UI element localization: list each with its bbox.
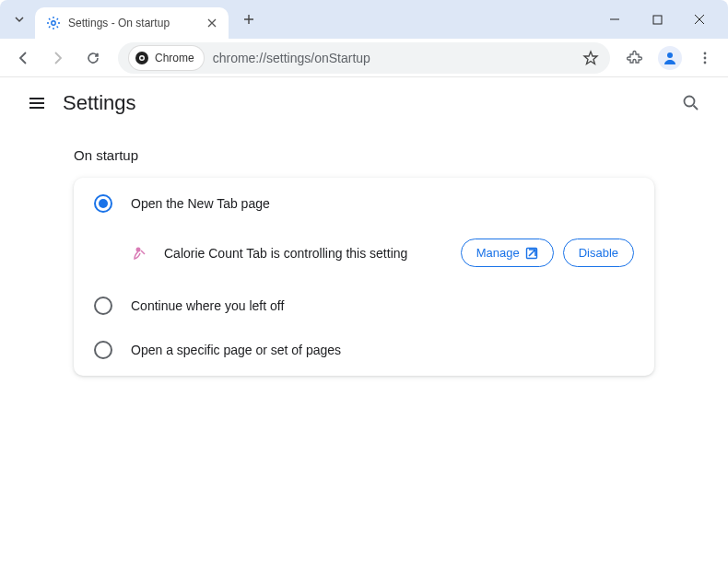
svg-point-6 [704,52,707,54]
tab-search-dropdown[interactable] [7,7,31,31]
svg-point-0 [52,21,55,25]
svg-point-9 [685,97,695,107]
chevron-down-icon [14,14,25,25]
url-text: chrome://settings/onStartup [213,51,370,65]
section-label: On startup [74,147,654,163]
radio-unselected[interactable] [94,341,112,359]
settings-header: Settings [0,77,728,129]
option-label: Continue where you left off [131,298,284,313]
site-chip-label: Chrome [155,52,194,64]
extension-app-icon [131,244,149,262]
svg-point-5 [667,52,673,58]
manage-label: Manage [476,246,520,260]
option-label: Open a specific page or set of pages [131,343,341,357]
gear-icon [46,16,61,30]
address-bar[interactable]: Chrome chrome://settings/onStartup [118,42,610,74]
minimize-icon [609,14,620,25]
arrow-left-icon [15,50,31,66]
extension-message: Calorie Count Tab is controlling this se… [164,246,461,261]
new-tab-button[interactable] [236,6,262,32]
tab-title: Settings - On startup [68,17,205,29]
menu-button[interactable] [689,42,721,74]
close-icon [694,14,705,25]
svg-rect-1 [653,16,662,24]
option-new-tab[interactable]: Open the New Tab page [74,181,654,226]
plus-icon [242,13,255,26]
browser-tab[interactable]: Settings - On startup [35,7,229,39]
window-titlebar: Settings - On startup [0,0,728,39]
maximize-button[interactable] [636,5,678,34]
person-icon [662,50,678,66]
profile-button[interactable] [654,42,686,74]
settings-menu-button[interactable] [18,85,55,122]
svg-point-10 [136,247,141,251]
page-title: Settings [63,91,136,115]
browser-toolbar: Chrome chrome://settings/onStartup [0,39,728,77]
close-icon [207,18,217,28]
extensions-button[interactable] [619,42,651,74]
minimize-button[interactable] [593,5,636,34]
disable-button[interactable]: Disable [563,239,634,267]
manage-button[interactable]: Manage [461,239,554,267]
svg-point-8 [704,61,707,64]
back-button[interactable] [7,42,39,74]
forward-button[interactable] [42,42,74,74]
search-settings-button[interactable] [673,85,710,122]
dots-vertical-icon [698,51,712,65]
close-window-button[interactable] [678,5,721,34]
svg-point-7 [704,56,707,59]
reload-button[interactable] [77,42,109,74]
radio-unselected[interactable] [94,297,112,315]
open-external-icon [525,247,538,260]
hamburger-icon [28,94,46,112]
reload-icon [85,50,101,66]
chrome-logo-icon [135,51,149,65]
puzzle-icon [627,50,643,66]
star-icon [582,50,599,66]
avatar [658,46,682,70]
option-label: Open the New Tab page [131,196,270,211]
startup-options-card: Open the New Tab page Calorie Count Tab … [74,178,654,376]
search-icon [682,94,700,112]
close-tab-button[interactable] [205,16,219,30]
bookmark-button[interactable] [582,50,599,66]
maximize-icon [652,15,663,25]
site-chip[interactable]: Chrome [129,46,204,70]
radio-selected[interactable] [94,194,112,213]
svg-point-4 [140,56,143,59]
disable-label: Disable [579,246,618,260]
option-continue[interactable]: Continue where you left off [74,284,654,328]
settings-content: On startup Open the New Tab page Calorie… [0,129,728,394]
option-specific-pages[interactable]: Open a specific page or set of pages [74,328,654,372]
extension-notice: Calorie Count Tab is controlling this se… [74,226,654,284]
window-controls [593,5,721,34]
arrow-right-icon [50,50,66,66]
